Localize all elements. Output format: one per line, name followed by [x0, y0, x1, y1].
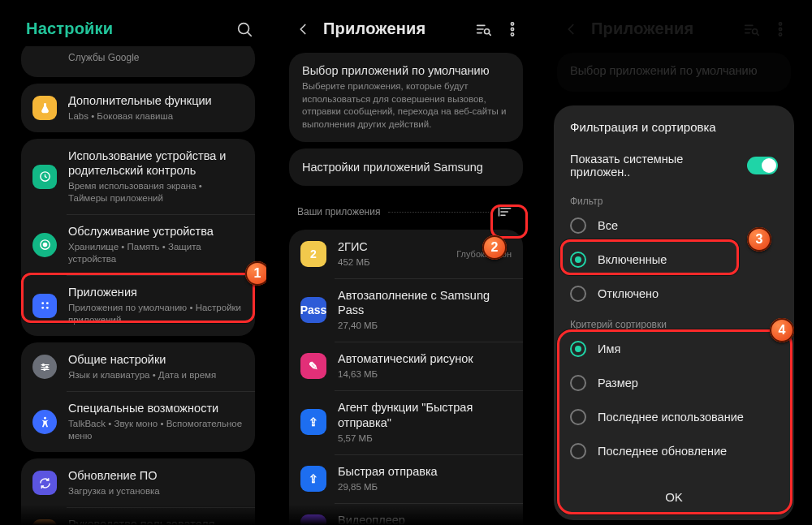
your-apps-label: Ваши приложения — [297, 206, 380, 217]
filter-option[interactable]: Включенные — [557, 243, 791, 277]
settings-item[interactable]: Специальные возможностиTalkBack • Звук м… — [21, 391, 255, 452]
settings-item[interactable]: Общие настройкиЯзык и клавиатура • Дата … — [21, 342, 255, 391]
sort-option[interactable]: Последнее использование — [557, 400, 791, 434]
more-icon[interactable] — [503, 20, 521, 38]
app-icon: 2 — [300, 241, 326, 267]
ok-button[interactable]: OK — [557, 477, 791, 512]
page-title: Приложения — [323, 19, 463, 38]
filter-sort-sheet: Фильтрация и сортировка Показать системн… — [554, 105, 794, 520]
app-icon: ⇪ — [300, 409, 326, 435]
settings-item[interactable]: Использование устройства и родительский … — [21, 139, 255, 214]
radio-icon[interactable] — [570, 252, 586, 268]
sort-option[interactable]: Последнее обновление — [557, 434, 791, 468]
app-row[interactable]: ⇪Агент функции "Быстрая отправка"5,57 МБ — [289, 390, 523, 454]
item-title: Обслуживание устройства — [68, 224, 244, 239]
default-apps-box[interactable]: Выбор приложений по умолчанию Выберите п… — [289, 53, 523, 142]
filter-header: Фильтр — [557, 187, 791, 209]
app-name: Быстрая отправка — [338, 464, 512, 479]
page-title: Настройки — [26, 19, 224, 38]
show-system-label: Показать системные приложен.. — [570, 153, 736, 179]
option-label: Включенные — [598, 253, 778, 266]
devicecare-icon — [32, 233, 57, 257]
app-size: 452 МБ — [338, 256, 445, 269]
app-size: 14,63 МБ — [338, 368, 512, 381]
header: Приложения — [278, 10, 534, 46]
app-name: Автоматический рисунок — [338, 351, 512, 366]
filter-option[interactable]: Все — [557, 209, 791, 243]
item-sub: Язык и клавиатура • Дата и время — [68, 369, 244, 381]
item-sub: Labs • Боковая клавиша — [68, 110, 244, 123]
item-title: Руководство пользователя — [68, 517, 244, 525]
radio-icon[interactable] — [570, 443, 586, 459]
show-system-toggle[interactable] — [747, 157, 778, 174]
app-size: 5,57 МБ — [338, 432, 512, 445]
apps-body: Выбор приложений по умолчанию Выберите п… — [278, 46, 534, 525]
item-title: Службы Google — [68, 52, 244, 65]
sort-option[interactable]: Размер — [557, 366, 791, 400]
item-sub: Приложения по умолчанию • Настройки прил… — [68, 302, 244, 326]
item-sub: Время использования экрана • Таймеры при… — [68, 180, 244, 204]
svg-line-23 — [490, 33, 490, 34]
option-label: Последнее обновление — [598, 445, 778, 458]
settings-item[interactable]: ПриложенияПриложения по умолчанию • Наст… — [21, 275, 255, 336]
svg-point-7 — [41, 307, 44, 309]
app-size: 29,85 МБ — [338, 481, 512, 493]
svg-line-1 — [248, 32, 251, 36]
wellbeing-icon — [32, 165, 57, 189]
option-label: Последнее использование — [598, 411, 778, 424]
search-list-icon[interactable] — [474, 20, 492, 38]
box-title: Выбор приложений по умолчанию — [302, 64, 510, 77]
a11y-icon — [32, 410, 57, 434]
app-size: 27,40 МБ — [338, 320, 512, 332]
app-sleep-badge: Глубокий сон — [456, 249, 512, 259]
samsung-app-settings[interactable]: Настройки приложений Samsung — [289, 148, 523, 186]
app-row[interactable]: ✎Автоматический рисунок14,63 МБ — [289, 342, 523, 390]
svg-point-25 — [511, 28, 513, 30]
labs-icon — [32, 96, 57, 120]
update-icon — [32, 471, 57, 495]
svg-point-26 — [511, 32, 513, 35]
search-icon[interactable] — [235, 20, 253, 38]
radio-icon[interactable] — [570, 409, 586, 425]
svg-point-24 — [511, 22, 513, 24]
option-label: Все — [598, 219, 778, 232]
settings-item[interactable]: Дополнительные функцииLabs • Боковая кла… — [21, 84, 255, 132]
svg-point-12 — [42, 364, 44, 365]
show-system-row[interactable]: Показать системные приложен.. — [557, 144, 791, 187]
sort-header: Критерий сортировки — [557, 311, 791, 332]
settings-item[interactable]: Обновление ПОЗагрузка и установка — [21, 458, 255, 507]
app-row[interactable]: PassАвтозаполнение с Samsung Pass27,40 М… — [289, 278, 523, 342]
app-name: Автозаполнение с Samsung Pass — [338, 288, 512, 317]
app-row[interactable]: ▶Видеоплеер22,64 МБ — [289, 503, 523, 525]
app-row[interactable]: ⇪Быстрая отправка29,85 МБ — [289, 454, 523, 503]
radio-icon[interactable] — [570, 286, 586, 302]
svg-point-4 — [43, 243, 46, 247]
back-icon[interactable] — [294, 20, 312, 38]
settings-item-google[interactable]: Службы Google — [21, 46, 255, 77]
radio-icon[interactable] — [570, 341, 586, 357]
filter-option[interactable]: Отключено — [557, 277, 791, 311]
item-title: Обновление ПО — [68, 468, 244, 483]
radio-icon[interactable] — [570, 375, 586, 391]
app-name: Видеоплеер — [338, 513, 512, 525]
app-icon: Pass — [300, 297, 326, 323]
item-sub: Загрузка и установка — [68, 485, 244, 497]
radio-icon[interactable] — [570, 217, 586, 234]
app-icon: ⇪ — [300, 466, 326, 492]
item-title: Дополнительные функции — [68, 93, 244, 108]
app-name: 2ГИС — [338, 239, 445, 254]
app-row[interactable]: 22ГИС452 МБГлубокий сон — [289, 230, 523, 278]
svg-point-22 — [485, 28, 490, 33]
settings-item[interactable]: Руководство пользователяДополнительно — [21, 507, 255, 525]
item-sub: TalkBack • Звук моно • Вспомогательное м… — [68, 418, 244, 442]
sort-icon[interactable] — [497, 204, 513, 220]
your-apps-header: Ваши приложения — [284, 192, 528, 223]
settings-item[interactable]: Обслуживание устройстваХранилище • Памят… — [21, 214, 255, 275]
settings-body: Службы Google Дополнительные функцииLabs… — [10, 46, 266, 525]
sort-option[interactable]: Имя — [557, 332, 791, 366]
screen-apps: Приложения Выбор приложений по умолчанию… — [278, 10, 534, 525]
svg-point-15 — [44, 417, 46, 420]
option-label: Отключено — [598, 287, 778, 300]
box-sub: Выберите приложения, которые будут испол… — [302, 80, 510, 131]
apps-icon — [32, 294, 57, 318]
